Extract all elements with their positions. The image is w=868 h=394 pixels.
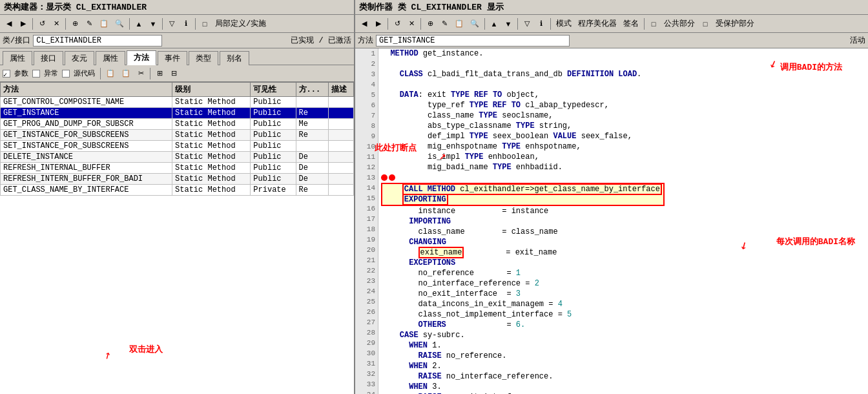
info-button[interactable]: ℹ — [180, 18, 192, 30]
r-search-button[interactable]: 🔍 — [468, 18, 482, 30]
cell-desc — [328, 119, 353, 130]
line-number: 33 — [355, 379, 378, 389]
params-btn[interactable]: 参数 — [12, 67, 31, 79]
r-cancel-button[interactable]: ✕ — [405, 18, 418, 30]
r-btn1[interactable]: ▲ — [488, 18, 501, 30]
code-line: IMPORTING — [381, 216, 865, 227]
table-row[interactable]: GET_CLASS_NAME_BY_INTERFACEStatic Method… — [1, 185, 354, 196]
sourcecode-checkbox[interactable] — [62, 70, 70, 78]
cell-level: Static Method — [172, 163, 251, 174]
code-line: mig_badi_name TYPE enhbadiid. — [381, 162, 865, 172]
r-btn2[interactable]: ▼ — [502, 18, 515, 30]
paste-btn[interactable]: 📋 — [119, 68, 133, 79]
back-button[interactable]: ◀ — [3, 18, 16, 30]
line-number: 10 — [355, 141, 378, 152]
copy-button[interactable]: 📋 — [97, 18, 111, 30]
r-new-button[interactable]: ⊕ — [424, 18, 437, 30]
table-row[interactable]: REFRESH_INTERNAL_BUFFERStatic MethodPubl… — [1, 163, 354, 174]
copy2-btn[interactable]: 📋 — [103, 68, 118, 79]
filter-button[interactable]: ▽ — [165, 18, 178, 30]
local-def-button[interactable]: □ — [198, 18, 211, 30]
line-number: 2 — [355, 59, 378, 69]
code-line — [381, 172, 865, 183]
cell-desc — [328, 174, 353, 185]
cell-desc — [328, 152, 353, 163]
method-value[interactable]: GET_INSTANCE — [376, 35, 570, 47]
search-button[interactable]: 🔍 — [112, 18, 127, 30]
cell-flag: Re — [296, 185, 328, 196]
r-refresh-button[interactable]: ↺ — [391, 18, 404, 30]
extra-btn2[interactable]: ⊟ — [167, 68, 180, 79]
table-row[interactable]: GET_INSTANCE_FOR_SUBSCREENSStatic Method… — [1, 130, 354, 141]
r-protected-btn[interactable]: □ — [699, 18, 712, 30]
params-checkbox[interactable] — [3, 70, 10, 78]
tab-attributes[interactable]: 属性 — [3, 51, 32, 65]
r-public-btn[interactable]: □ — [647, 18, 660, 30]
r-sep5 — [550, 18, 551, 30]
cell-desc — [328, 108, 353, 119]
table-row[interactable]: GET_PROG_AND_DUMP_FOR_SUBSCRStatic Metho… — [1, 119, 354, 130]
tab-friends[interactable]: 友元 — [65, 51, 94, 65]
line-number: 11 — [355, 152, 378, 162]
r-edit-button[interactable]: ✎ — [438, 18, 451, 30]
tab-events[interactable]: 事件 — [158, 51, 187, 65]
edit-button[interactable]: ✎ — [83, 18, 96, 30]
code-line: EXCEPTIONS — [381, 258, 865, 268]
refresh-button[interactable]: ↺ — [36, 18, 48, 30]
move-up-button[interactable]: ▲ — [132, 18, 145, 30]
move-down-button[interactable]: ▼ — [147, 18, 160, 30]
code-line: RAISE no_interface_reference. — [381, 371, 865, 382]
method-table[interactable]: 方法 级别 可见性 方... 描述 GET_CONTROL_COMPOSITE_… — [0, 82, 354, 394]
code-line: type_ref TYPE REF TO cl_abap_typedescr, — [381, 100, 865, 110]
cell-visibility: Public — [251, 174, 296, 185]
code-line: exit_name = exit_name — [381, 247, 865, 258]
line-number: 1 — [355, 48, 378, 59]
table-row[interactable]: REFRESH_INTERN_BUFFER_FOR_BADIStatic Met… — [1, 174, 354, 185]
r-copy-button[interactable]: 📋 — [452, 18, 466, 30]
exceptions-btn[interactable]: 异常 — [41, 67, 61, 79]
r-forward-button[interactable]: ▶ — [372, 18, 385, 30]
line-number: 25 — [355, 296, 378, 307]
protected-label: 受保护部分 — [713, 18, 757, 29]
code-line: DATA: exit TYPE REF TO object, — [381, 90, 865, 100]
cell-visibility: Public — [251, 108, 296, 119]
code-line: def_impl TYPE seex_boolean VALUE seex_fa… — [381, 131, 865, 141]
col-visibility: 可见性 — [251, 83, 296, 97]
class-value[interactable]: CL_EXITHANDLER — [33, 35, 162, 47]
col-desc: 描述 — [328, 83, 353, 97]
breakpoint-marker — [389, 174, 395, 181]
cell-visibility: Public — [251, 97, 296, 108]
cancel-button[interactable]: ✕ — [50, 18, 63, 30]
new-button[interactable]: ⊕ — [68, 18, 81, 30]
code-area[interactable]: 1234567891011121314151617181920212223242… — [355, 48, 868, 394]
code-line: class_not_implement_interface = 5 — [381, 309, 865, 320]
line-number: 19 — [355, 234, 378, 245]
cell-level: Static Method — [172, 141, 251, 152]
extra-btn1[interactable]: ⊞ — [153, 68, 166, 79]
tab-methods[interactable]: 方法 — [127, 50, 156, 65]
table-row[interactable]: DELETE_INSTANCEStatic MethodPublicDe — [1, 152, 354, 163]
cut-btn[interactable]: ✂ — [134, 68, 147, 79]
r-btn3[interactable]: ▽ — [521, 18, 533, 30]
table-row[interactable]: GET_CONTROL_COMPOSITE_NAMEStatic MethodP… — [1, 97, 354, 108]
method-bar: 方法 GET_INSTANCE 活动 — [355, 33, 868, 48]
code-line: METHOD get_instance. — [381, 48, 865, 59]
cell-method: GET_PROG_AND_DUMP_FOR_SUBSCR — [1, 119, 172, 130]
tab-types[interactable]: 类型 — [189, 51, 218, 65]
r-back-button[interactable]: ◀ — [358, 18, 371, 30]
table-row[interactable]: SET_INSTANCE_FOR_SUBSCREENSStatic Method… — [1, 141, 354, 152]
sourcecode-btn[interactable]: 源代码 — [71, 67, 98, 79]
cell-desc — [328, 163, 353, 174]
tab-aliases[interactable]: 别名 — [220, 51, 249, 65]
line-number: 4 — [355, 79, 378, 90]
line-number: 18 — [355, 224, 378, 234]
tab-attributes2[interactable]: 属性 — [96, 51, 125, 65]
line-numbers: 1234567891011121314151617181920212223242… — [355, 48, 378, 394]
exceptions-checkbox[interactable] — [32, 70, 40, 78]
table-row[interactable]: GET_INSTANCEStatic MethodPublicRe — [1, 108, 354, 119]
line-number: 34 — [355, 389, 378, 394]
forward-button[interactable]: ▶ — [17, 18, 30, 30]
method-label: 方法 — [358, 35, 373, 46]
tab-interface[interactable]: 接口 — [34, 51, 63, 65]
r-btn4[interactable]: ℹ — [535, 18, 548, 30]
